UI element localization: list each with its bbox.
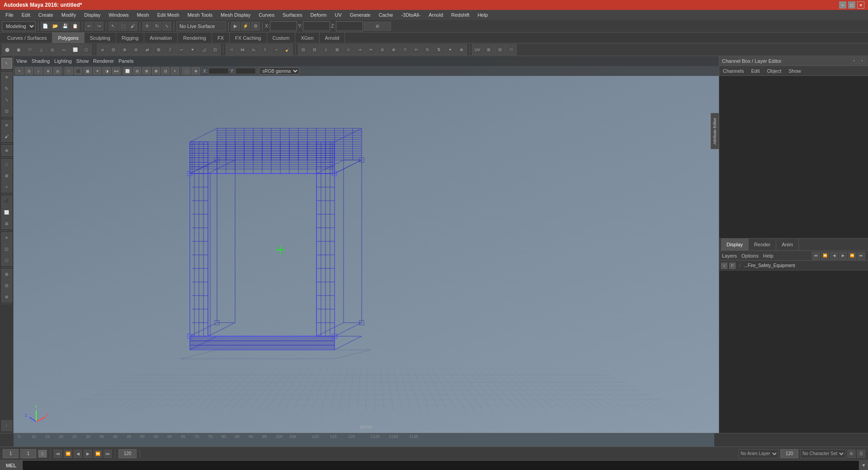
- shrink-sel-tool[interactable]: ⊖: [131, 44, 142, 55]
- layers-tab-layers[interactable]: Layers: [722, 253, 737, 258]
- detach-tool[interactable]: ⊸: [354, 44, 365, 55]
- vp-ctrl-5[interactable]: ◎: [53, 67, 61, 75]
- menu-mesh-tools[interactable]: Mesh Tools: [184, 11, 216, 19]
- edge-ring-tool[interactable]: ⊟: [108, 44, 119, 55]
- close-button[interactable]: ✕: [857, 1, 864, 9]
- vp-ctrl-3[interactable]: ⌂: [34, 67, 42, 75]
- play-forward[interactable]: ▶: [84, 450, 92, 458]
- display-tab-render[interactable]: Render: [749, 238, 776, 251]
- vp-ctrl-4[interactable]: ⊛: [44, 67, 52, 75]
- play-forward-to-end[interactable]: ⏭: [104, 450, 112, 458]
- paint-select-icon[interactable]: 🖌: [128, 22, 137, 31]
- new-scene-icon[interactable]: 📄: [41, 22, 50, 31]
- separate-tool[interactable]: ⋋: [248, 44, 259, 55]
- cleanup-tool[interactable]: 🧹: [282, 44, 293, 55]
- display-mode-btn-1[interactable]: ⬛: [1, 196, 12, 207]
- uv-editor-tool[interactable]: UV: [472, 44, 483, 55]
- vp-shadow-btn[interactable]: ◑: [103, 67, 111, 75]
- multi-cut-tool[interactable]: ✄: [411, 44, 422, 55]
- attribute-editor-vertical-tab[interactable]: Attribute Editor: [711, 113, 719, 149]
- torus-tool[interactable]: ◎: [47, 44, 58, 55]
- vp-ctrl-2[interactable]: ⊡: [25, 67, 33, 75]
- paint-attr-btn[interactable]: 🖌: [1, 131, 12, 142]
- plane-tool[interactable]: ▭: [58, 44, 69, 55]
- open-scene-icon[interactable]: 📂: [51, 22, 60, 31]
- menu-generate[interactable]: Generate: [346, 11, 374, 19]
- layer-back[interactable]: ⏪: [821, 252, 829, 260]
- cb-tab-channels[interactable]: Channels: [721, 67, 745, 75]
- grow-sel-tool[interactable]: ⊕: [119, 44, 130, 55]
- menu-edit-mesh[interactable]: Edit Mesh: [154, 11, 183, 19]
- anim-layer-select[interactable]: No Anim Layer: [738, 449, 778, 458]
- render-current-icon[interactable]: ▶: [231, 22, 240, 31]
- scale-tool-icon[interactable]: ⤡: [162, 22, 171, 31]
- vp-lighting-btn[interactable]: ☀: [93, 67, 101, 75]
- slide-edge-tool[interactable]: ⤸: [321, 44, 331, 55]
- frame-end-input[interactable]: [118, 449, 137, 458]
- mirror-tool[interactable]: ⊣: [226, 44, 236, 55]
- menu-help[interactable]: Help: [474, 11, 491, 19]
- offset-edge-loop-tool[interactable]: ⊟: [309, 44, 320, 55]
- cb-close-btn[interactable]: ×: [859, 58, 865, 64]
- save-as-icon[interactable]: 📋: [71, 22, 80, 31]
- command-type-toggle[interactable]: MEL: [0, 461, 23, 470]
- loop-select-tool[interactable]: ⌀: [97, 44, 108, 55]
- maximize-button[interactable]: □: [848, 1, 855, 9]
- x-input[interactable]: [270, 21, 297, 31]
- redo-icon[interactable]: ↪: [94, 22, 104, 31]
- move-tool-icon[interactable]: ✛: [142, 22, 151, 31]
- vp-mode-2[interactable]: ⊟: [133, 67, 141, 75]
- menu-cache[interactable]: Cache: [375, 11, 397, 19]
- z-input[interactable]: [336, 21, 363, 31]
- vp-menu-show[interactable]: Show: [76, 58, 89, 64]
- undo-icon[interactable]: ↩: [85, 22, 94, 31]
- render-settings-icon[interactable]: ⚙: [251, 22, 260, 31]
- layer-prev[interactable]: ◀: [830, 252, 838, 260]
- vp-menu-renderer[interactable]: Renderer: [93, 58, 114, 64]
- soft-select-btn[interactable]: ≋: [1, 120, 12, 131]
- extra-btn-2[interactable]: ⊟: [1, 280, 12, 291]
- cb-tab-show[interactable]: Show: [787, 67, 803, 75]
- tab-xgen[interactable]: XGen: [295, 33, 319, 43]
- vp-mode-3[interactable]: ⊞: [142, 67, 151, 75]
- cb-tab-object[interactable]: Object: [765, 67, 783, 75]
- cut-faces-tool[interactable]: ✂: [366, 44, 377, 55]
- select-tool-icon[interactable]: ↖: [108, 22, 118, 31]
- display-tab-anim[interactable]: Anim: [776, 238, 799, 251]
- poke-face-tool[interactable]: ✦: [445, 44, 456, 55]
- layers-tab-help[interactable]: Help: [763, 253, 774, 258]
- menu-create[interactable]: Create: [35, 11, 57, 19]
- play-back-to-start[interactable]: ⏮: [54, 450, 62, 458]
- duplicate-face-tool[interactable]: ⊡: [210, 44, 221, 55]
- poke-tool[interactable]: ✦: [187, 44, 198, 55]
- cylindrical-proj-tool[interactable]: ⬭: [506, 44, 517, 55]
- menu-uv[interactable]: UV: [331, 11, 345, 19]
- vp-mode-6[interactable]: ⊧: [171, 67, 179, 75]
- display-mode-btn-2[interactable]: ⬜: [1, 207, 12, 218]
- layer-skip-forward[interactable]: ⏭: [857, 252, 865, 260]
- vp-menu-panels[interactable]: Panels: [118, 58, 134, 64]
- vp-wireframe-btn[interactable]: □: [65, 67, 73, 75]
- rotate-tool-icon[interactable]: ↻: [152, 22, 161, 31]
- vp-x-input[interactable]: [208, 68, 229, 74]
- menu-arnold[interactable]: Arnold: [425, 11, 447, 19]
- vp-shaded-btn[interactable]: ⬛: [74, 67, 82, 75]
- layer-next[interactable]: ▶: [839, 252, 847, 260]
- add-divisions-tool[interactable]: ⊞: [332, 44, 343, 55]
- menu-curves[interactable]: Curves: [255, 11, 278, 19]
- vp-aa-btn[interactable]: AA: [112, 67, 120, 75]
- transform-icon[interactable]: ⊞: [364, 22, 391, 31]
- layout-uvs-tool[interactable]: ⊞: [483, 44, 494, 55]
- vp-isolate-btn[interactable]: ⊕: [192, 67, 200, 75]
- command-history-btn[interactable]: ▼: [859, 461, 868, 470]
- menu-mesh-display[interactable]: Mesh Display: [217, 11, 254, 19]
- sphere-tool[interactable]: ⬤: [2, 44, 13, 55]
- menu-3dto-all[interactable]: -3DtoAll-: [397, 11, 424, 19]
- display-render-btn[interactable]: ◫: [1, 244, 12, 254]
- reduce-tool[interactable]: ⌁: [271, 44, 282, 55]
- connect-tool[interactable]: ⊹: [343, 44, 354, 55]
- menu-surfaces[interactable]: Surfaces: [279, 11, 306, 19]
- scale-tool-btn[interactable]: ⤡: [1, 94, 12, 105]
- tab-curves-surfaces[interactable]: Curves / Surfaces: [2, 33, 52, 43]
- save-scene-icon[interactable]: 💾: [61, 22, 70, 31]
